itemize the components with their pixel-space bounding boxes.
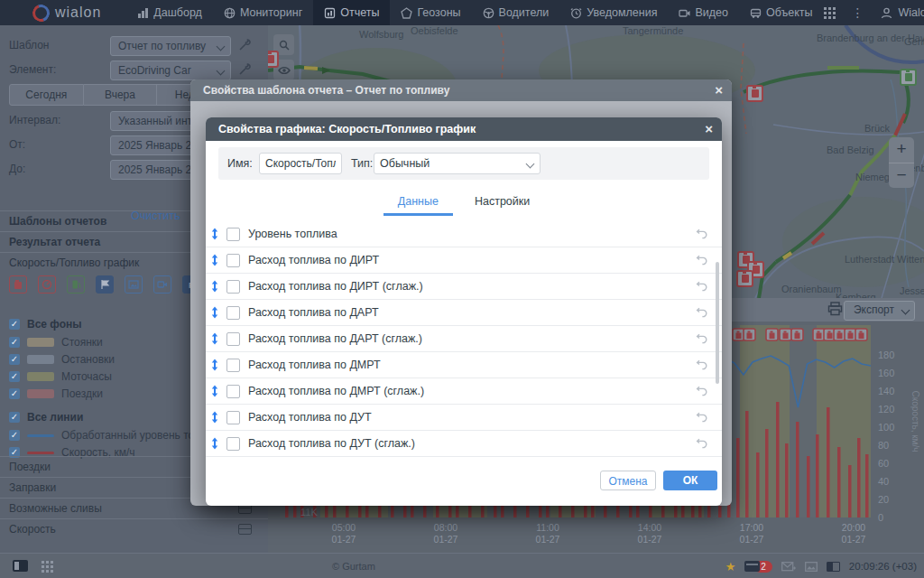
drag-handle-icon[interactable] xyxy=(210,280,219,293)
undo-icon[interactable] xyxy=(696,255,707,266)
ok-button[interactable]: ОК xyxy=(663,471,717,490)
undo-icon[interactable] xyxy=(696,412,707,423)
background-layer-toggle[interactable]: ✓Остановки xyxy=(9,353,115,366)
undo-icon[interactable] xyxy=(696,359,707,370)
nav-item-1[interactable]: Дашборд xyxy=(126,0,213,25)
fuel-station-icon[interactable] xyxy=(67,275,85,294)
background-layer-toggle[interactable]: ✓Стоянки xyxy=(9,336,103,349)
toggle-sidebar-icon[interactable] xyxy=(13,560,28,572)
drag-handle-icon[interactable] xyxy=(210,254,219,266)
checkbox-checked[interactable]: ✓ xyxy=(9,371,20,382)
background-layer-toggle[interactable]: ✓Поездки xyxy=(9,387,103,400)
sensor-checkbox[interactable] xyxy=(226,280,240,294)
gauge-icon[interactable] xyxy=(38,275,56,294)
image-icon[interactable] xyxy=(805,562,818,572)
checkbox-checked[interactable]: ✓ xyxy=(9,412,20,423)
checkbox-checked[interactable]: ✓ xyxy=(9,354,20,365)
bottom-grid-icon[interactable] xyxy=(42,561,53,573)
nav-item-6[interactable]: Уведомления xyxy=(559,0,668,25)
sidebar-item-4[interactable]: Скорость xyxy=(0,518,268,539)
wialon-logo[interactable]: wialon xyxy=(32,5,101,22)
undo-icon[interactable] xyxy=(696,281,707,292)
drag-handle-icon[interactable] xyxy=(210,228,219,240)
wrench-icon[interactable] xyxy=(238,39,251,51)
nav-item-4[interactable]: Геозоны xyxy=(390,0,471,25)
table-icon[interactable] xyxy=(238,524,252,535)
top-navbar: wialon ДашбордМониторингОтчетыГеозоныВод… xyxy=(0,0,924,25)
drag-handle-icon[interactable] xyxy=(210,306,219,319)
messages-indicator[interactable]: 2 xyxy=(744,561,772,573)
wrench-icon[interactable] xyxy=(238,63,251,76)
close-icon[interactable]: × xyxy=(715,81,723,99)
nav-item-2[interactable]: Мониторинг xyxy=(213,0,313,25)
undo-icon[interactable] xyxy=(696,333,707,344)
sensor-checkbox[interactable] xyxy=(226,306,240,320)
drag-handle-icon[interactable] xyxy=(210,385,219,397)
sensor-label: Расход топлива по ДУТ (сглаж.) xyxy=(248,437,415,450)
all-lines-toggle[interactable]: ✓Все линии xyxy=(9,411,83,424)
star-icon[interactable]: ★ xyxy=(725,560,736,573)
zoom-in-button[interactable]: + xyxy=(889,137,914,163)
to-label: До: xyxy=(9,163,25,175)
drag-handle-icon[interactable] xyxy=(210,359,219,371)
sensor-checkbox[interactable] xyxy=(226,411,240,424)
element-select[interactable]: EcoDriving Car xyxy=(110,61,231,80)
sensor-checkbox[interactable] xyxy=(226,228,240,241)
mail-icon[interactable] xyxy=(781,562,796,572)
dialog-footer: Отмена ОК xyxy=(206,464,722,506)
drag-handle-icon[interactable] xyxy=(210,411,219,424)
fuel-canister-icon[interactable] xyxy=(9,275,27,294)
fuel-station-marker[interactable] xyxy=(900,69,917,86)
sensor-checkbox[interactable] xyxy=(226,332,240,346)
quick-range-button[interactable]: Вчера xyxy=(84,84,158,106)
split-view-icon[interactable] xyxy=(827,562,840,572)
cancel-button[interactable]: Отмена xyxy=(600,471,656,490)
all-backgrounds-toggle[interactable]: ✓Все фоны xyxy=(9,318,82,331)
line-layer-toggle[interactable]: ✓Обработанный уровень топли xyxy=(9,429,212,442)
zoom-out-button[interactable]: − xyxy=(889,163,914,189)
apps-grid-icon[interactable] xyxy=(824,7,836,19)
sensor-checkbox[interactable] xyxy=(226,359,240,372)
fuel-event-marker[interactable] xyxy=(736,270,753,287)
fuel-event-marker[interactable] xyxy=(268,51,279,68)
print-icon[interactable] xyxy=(827,302,843,316)
list-scrollbar[interactable] xyxy=(716,262,719,384)
dialog-tab-2[interactable]: Настройки xyxy=(460,191,544,216)
checkbox-checked[interactable]: ✓ xyxy=(9,388,20,399)
dialog-tabs: ДанныеНастройки xyxy=(206,191,722,216)
sensor-checkbox[interactable] xyxy=(226,254,240,267)
fuel-event-marker[interactable] xyxy=(746,85,763,102)
type-select[interactable]: Обычный xyxy=(374,153,541,174)
user-menu[interactable]: Wialon xyxy=(881,6,924,19)
sensor-checkbox[interactable] xyxy=(226,385,240,398)
name-input[interactable] xyxy=(259,153,342,174)
flag-icon[interactable] xyxy=(96,275,114,294)
checkbox-checked[interactable]: ✓ xyxy=(9,337,20,348)
sensor-label: Расход топлива по ДМРТ (сглаж.) xyxy=(248,385,424,397)
checkbox-checked[interactable]: ✓ xyxy=(9,430,20,441)
background-layer-toggle[interactable]: ✓Моточасы xyxy=(9,370,112,383)
drag-handle-icon[interactable] xyxy=(210,437,219,450)
sensor-checkbox[interactable] xyxy=(226,437,240,451)
template-select[interactable]: Отчет по топливу xyxy=(110,36,231,56)
nav-item-7[interactable]: Видео xyxy=(668,0,739,25)
nav-item-5[interactable]: Водители xyxy=(472,0,560,25)
nav-item-8[interactable]: Объекты xyxy=(739,0,824,25)
dialog-tab-1[interactable]: Данные xyxy=(383,191,453,216)
kebab-menu-icon[interactable]: ⋮ xyxy=(852,5,864,20)
undo-icon[interactable] xyxy=(696,438,707,449)
map-place-label: Wolfsburg xyxy=(359,29,403,40)
close-icon[interactable]: × xyxy=(705,120,713,138)
photo-icon[interactable] xyxy=(125,275,143,294)
undo-icon[interactable] xyxy=(696,307,707,318)
report-template-dialog-header[interactable]: Свойства шаблона отчета – Отчет по топли… xyxy=(190,79,732,101)
chart-properties-dialog-header[interactable]: Свойства графика: Скорость/Топливо графи… xyxy=(206,117,722,141)
export-button[interactable]: Экспорт xyxy=(844,301,915,321)
undo-icon[interactable] xyxy=(696,228,707,239)
quick-range-button[interactable]: Сегодня xyxy=(9,84,84,106)
drag-handle-icon[interactable] xyxy=(210,332,219,345)
undo-icon[interactable] xyxy=(696,386,707,396)
video-camera-icon[interactable] xyxy=(153,275,171,294)
nav-item-3[interactable]: Отчеты xyxy=(313,0,390,25)
checkbox-checked[interactable]: ✓ xyxy=(9,319,20,330)
